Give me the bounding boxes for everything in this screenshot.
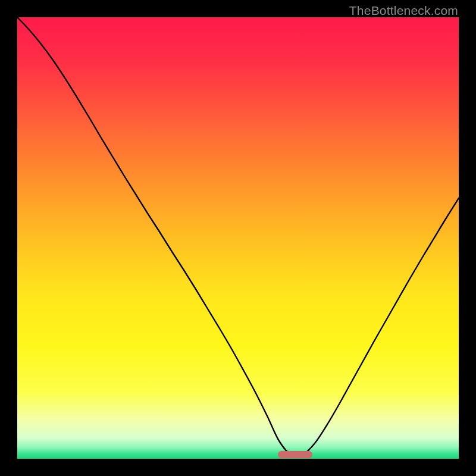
chart-frame: TheBottleneck.com bbox=[0, 0, 476, 476]
plot-area bbox=[17, 17, 459, 459]
background-gradient bbox=[17, 17, 459, 459]
watermark-text: TheBottleneck.com bbox=[349, 4, 458, 18]
svg-rect-0 bbox=[17, 17, 459, 459]
optimal-marker bbox=[278, 451, 312, 458]
